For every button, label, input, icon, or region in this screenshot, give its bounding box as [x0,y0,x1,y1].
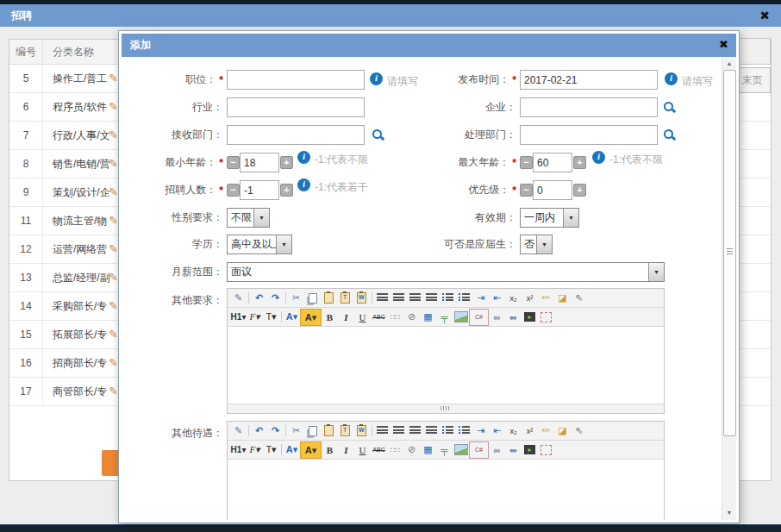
background-color-icon[interactable]: A▾ [300,441,322,459]
bold-icon[interactable]: B [322,310,338,325]
indent-icon[interactable]: ⇥ [472,291,489,306]
search-icon[interactable] [663,101,676,114]
ordered-list-icon[interactable] [440,423,456,439]
search-icon[interactable] [663,128,676,141]
edit-icon[interactable]: ✎ [109,264,118,291]
paste-as-text-icon[interactable] [337,291,353,306]
window-close-icon[interactable]: ✖ [759,9,770,22]
outdent-icon[interactable]: ⇤ [489,291,505,306]
dialog-close-icon[interactable]: ✖ [719,38,728,51]
image-icon[interactable] [453,310,469,325]
source-code-icon[interactable]: ✎ [230,423,247,439]
editor-resize-handle[interactable] [228,404,664,413]
cut-icon[interactable]: ✂ [288,291,304,306]
fullscreen-icon[interactable] [538,310,554,325]
unlink-icon[interactable]: ∞ [505,310,522,325]
link-icon[interactable]: ∞ [489,310,505,325]
scroll-up-icon[interactable] [722,58,736,70]
priority-input[interactable] [533,180,572,200]
plus-button[interactable]: + [280,184,293,197]
font-family-icon[interactable]: F▾ [247,310,263,325]
horizontal-rule-icon[interactable]: ╤ [436,310,453,325]
select-all-icon[interactable]: ⇖ [571,291,587,306]
table-icon[interactable]: ▦ [420,442,436,458]
strikethrough-icon[interactable]: ABC [371,310,387,325]
edit-icon[interactable]: ✎ [109,93,118,121]
edit-icon[interactable]: ✎ [109,122,118,149]
edit-icon[interactable]: ✎ [109,292,118,320]
bold-icon[interactable]: B [322,442,338,458]
align-right-icon[interactable] [407,291,423,306]
industry-input[interactable] [227,97,365,117]
indent-icon[interactable]: ⇥ [472,423,489,439]
edit-icon[interactable]: ✎ [109,378,118,405]
font-size-icon[interactable]: T▾ [263,310,279,325]
unordered-list-icon[interactable] [456,423,472,439]
unordered-list-icon[interactable] [456,291,472,306]
format-brush-icon[interactable]: ✏ [538,291,554,306]
edit-icon[interactable]: ✎ [109,349,118,377]
special-chars-icon[interactable]: ∷∷ [387,310,403,325]
heading-icon[interactable]: H1▾ [230,310,247,325]
paste-as-text-icon[interactable] [337,423,353,439]
underline-icon[interactable]: U [354,310,371,325]
paste-icon[interactable] [321,291,337,306]
unlink-icon[interactable]: ∞ [505,442,522,458]
heading-icon[interactable]: H1▾ [230,442,247,458]
recruit-count-input[interactable] [240,180,279,200]
receive-dept-input[interactable] [227,125,365,145]
minus-button[interactable]: − [520,184,533,197]
font-size-icon[interactable]: T▾ [263,442,279,458]
paste-from-word-icon[interactable] [353,291,370,306]
redo-icon[interactable]: ↷ [267,423,284,439]
copy-icon[interactable] [304,291,321,306]
min-age-input[interactable] [240,153,279,172]
publish-time-input[interactable] [520,70,658,90]
minus-button[interactable]: − [520,156,533,169]
ordered-list-icon[interactable] [440,291,456,306]
quick-format-icon[interactable]: ◪ [554,423,571,439]
other-benefits-textarea[interactable] [228,460,664,520]
enterprise-input[interactable] [520,97,658,117]
subscript-icon[interactable]: x₂ [505,291,522,306]
fresh-graduate-select[interactable]: 否 [520,235,553,254]
format-brush-icon[interactable]: ✏ [538,423,554,439]
max-age-input[interactable] [533,153,572,172]
align-center-icon[interactable] [390,291,407,306]
paste-icon[interactable] [321,423,337,439]
edit-icon[interactable]: ✎ [109,150,118,178]
plus-button[interactable]: + [280,156,293,169]
undo-icon[interactable]: ↶ [251,291,267,306]
validity-select[interactable]: 一周内 [520,208,579,228]
chevron-down-icon[interactable] [536,235,552,253]
remove-format-icon[interactable]: ⊘ [403,442,420,458]
align-justify-icon[interactable] [423,291,440,306]
edit-icon[interactable]: ✎ [109,178,118,206]
copy-icon[interactable] [304,423,321,439]
other-requirements-textarea[interactable] [228,327,664,404]
scroll-down-icon[interactable] [722,507,736,519]
edit-icon[interactable]: ✎ [109,207,118,235]
handle-dept-input[interactable] [520,125,658,145]
background-color-icon[interactable]: A▾ [300,309,322,326]
edit-icon[interactable]: ✎ [109,321,118,348]
subscript-icon[interactable]: x₂ [505,423,522,439]
align-justify-icon[interactable] [423,423,440,439]
align-right-icon[interactable] [407,423,423,439]
italic-icon[interactable]: I [338,310,354,325]
position-input[interactable] [227,70,365,90]
text-color-icon[interactable]: A▾ [284,310,300,325]
font-family-icon[interactable]: F▾ [247,442,263,458]
special-chars-icon[interactable]: ∷∷ [387,442,403,458]
superscript-icon[interactable]: x² [522,423,538,439]
table-icon[interactable]: ▦ [420,310,436,325]
plus-button[interactable]: + [573,156,586,169]
redo-icon[interactable]: ↷ [267,291,284,306]
horizontal-rule-icon[interactable]: ╤ [436,442,453,458]
plus-button[interactable]: + [573,184,586,197]
gender-select[interactable]: 不限 [227,208,270,228]
education-select[interactable]: 高中及以上 [227,235,292,254]
chevron-down-icon[interactable] [563,209,578,227]
edit-icon[interactable]: ✎ [109,235,118,263]
align-center-icon[interactable] [390,423,407,439]
